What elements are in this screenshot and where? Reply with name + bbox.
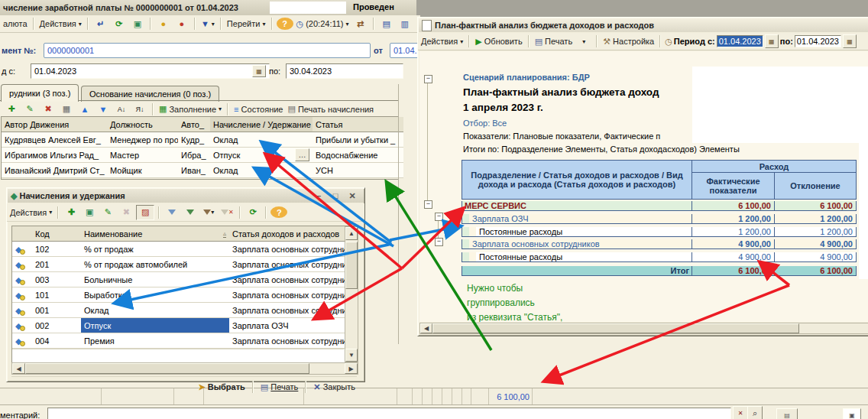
col-header-name[interactable]: Наименование▵	[81, 226, 230, 242]
maximize-icon[interactable]: □	[327, 189, 344, 203]
edit-row-icon[interactable]: ✎	[21, 102, 38, 116]
sort-asc-icon[interactable]: А↓	[113, 102, 130, 116]
exchange-icon[interactable]: ⇄	[352, 17, 369, 31]
employee-cell[interactable]: Иван_	[178, 163, 211, 178]
comment-input[interactable]	[47, 408, 731, 419]
scroll-left-icon[interactable]: ◀	[12, 363, 25, 374]
report-row-group[interactable]: Зарплата основных сотрудников 4 900,00 4…	[462, 238, 857, 251]
scroll-down-icon[interactable]: ▼	[345, 349, 358, 362]
period-from-input[interactable]: 01.04.2023	[717, 35, 763, 47]
report-hscrollbar[interactable]: ◀	[419, 323, 868, 334]
col-header[interactable]: Автор Движения	[2, 117, 108, 132]
print-button[interactable]: ▤ Печать	[259, 380, 300, 394]
name-cell[interactable]: % от продаж	[81, 242, 230, 257]
choose-button[interactable]: …	[295, 148, 309, 161]
article-cell[interactable]: Зарплата основных сотрудников	[229, 242, 350, 257]
cancel-movements-icon[interactable]: ●	[173, 17, 190, 31]
dialog-vscrollbar[interactable]: ▲ ▼	[345, 226, 358, 362]
code-cell[interactable]: 001	[32, 303, 82, 318]
calendar-icon[interactable]: ▦	[765, 34, 779, 48]
filter-settings-icon[interactable]	[182, 206, 199, 219]
filter-by-value-icon[interactable]	[164, 206, 180, 219]
article-cell[interactable]: Зарплата основных сотрудников	[229, 333, 350, 349]
report-row-group[interactable]: Зарплата ОЗЧ 1 200,00 1 200,00	[462, 213, 857, 226]
accrual-cell[interactable]: Оклад	[210, 163, 313, 178]
calendar-icon[interactable]: ▦	[252, 65, 266, 77]
add-row-icon[interactable]: ✚	[3, 102, 20, 116]
save-export-icon[interactable]: ▼ ▾	[199, 17, 216, 31]
end-edit-icon[interactable]: ▦	[58, 102, 75, 116]
print-accrual-button[interactable]: ▤ Печать начисления	[286, 102, 375, 116]
scroll-up-icon[interactable]: ▲	[345, 227, 358, 240]
name-cell[interactable]: Выработка	[81, 287, 230, 303]
employee-cell[interactable]: Иванайский Дмитрий Ст_	[2, 163, 108, 178]
clear-icon[interactable]: ✕	[733, 406, 748, 419]
help-icon[interactable]: ?	[270, 206, 287, 218]
scroll-left-icon[interactable]: ◀	[420, 323, 432, 333]
employee-cell[interactable]: Мастер	[107, 148, 179, 163]
post-movements-icon[interactable]: ●	[155, 17, 172, 31]
close-icon[interactable]: ✕	[344, 189, 361, 203]
period-to-input[interactable]: 30.04.2023	[286, 63, 403, 79]
filter-history-icon[interactable]: ▾	[200, 206, 217, 219]
article-cell[interactable]: Зарплата ОЗЧ	[229, 318, 350, 333]
dialog-hscrollbar[interactable]: ◀ ▶	[11, 362, 358, 375]
employee-cell[interactable]: Мойщик	[107, 163, 179, 178]
tree-collapse-icon[interactable]: −	[424, 200, 432, 209]
employee-cell[interactable]: Кудрявцев Алексей Евг_	[2, 132, 108, 148]
goto-menu[interactable]: Перейти ▾	[225, 17, 267, 31]
refresh-icon[interactable]: ⟳	[245, 206, 261, 219]
add-icon[interactable]: ✚	[63, 206, 79, 219]
minimize-icon[interactable]: –	[310, 189, 327, 203]
code-cell[interactable]: 102	[32, 242, 82, 257]
report-row-company[interactable]: МЕРС СЕРВИС 6 100,00 6 100,00	[462, 200, 857, 213]
col-header-code[interactable]: Код	[32, 226, 82, 242]
report-actions-menu[interactable]: Действия ▾	[419, 34, 465, 48]
settings-button[interactable]: ⚒ Настройка	[601, 34, 656, 48]
article-cell[interactable]: Зарплата основных сотрудников	[229, 287, 350, 303]
page-icon[interactable]: ▣	[843, 408, 861, 419]
employee-cell[interactable]: Ибрагимов Ильгиз Рад_	[2, 148, 108, 163]
scroll-right-icon[interactable]: ▶	[345, 363, 358, 374]
period-from-input[interactable]: 01.04.2023 ▦	[31, 63, 270, 79]
edit-icon[interactable]: ✎	[99, 206, 116, 219]
article-cell[interactable]: УСН	[313, 163, 403, 178]
printer-icon[interactable]: ▤	[776, 408, 798, 419]
menu-valuta[interactable]: алюта	[2, 17, 29, 31]
employee-cell[interactable]: Ибра_	[178, 148, 211, 163]
code-cell[interactable]: 004	[32, 333, 82, 349]
copy-icon[interactable]: ▣	[129, 17, 146, 31]
print-options-icon[interactable]: ▾	[575, 34, 592, 48]
scroll-thumb[interactable]	[432, 323, 799, 333]
tab-accrual-basis[interactable]: Основание начисления (0 поз.)	[81, 86, 219, 102]
employee-cell[interactable]: Кудр_	[178, 132, 211, 148]
refresh-button[interactable]: ▶ Обновить	[474, 34, 523, 48]
list-settings-icon[interactable]: ▥	[397, 17, 413, 31]
name-cell[interactable]: % от продаж автомобилей	[81, 257, 230, 272]
dialog-titlebar[interactable]: ◆ Начисления и удержания – □ ✕	[8, 189, 364, 203]
code-cell[interactable]: 201	[32, 257, 82, 272]
name-cell[interactable]: Больничные	[81, 272, 230, 287]
accrual-cell[interactable]: Отпуск …	[210, 148, 313, 163]
repost-icon[interactable]: ⟳	[111, 17, 128, 31]
period-to-input[interactable]: 01.04.2023	[795, 35, 841, 47]
col-header[interactable]: Начисление / Удержание	[210, 117, 313, 132]
tab-employees[interactable]: рудники (3 поз.)	[1, 84, 79, 102]
close-button[interactable]: ✕ Закрыть	[312, 380, 357, 394]
select-button[interactable]: ➤ Выбрать	[196, 380, 246, 394]
article-cell[interactable]: Зарплата основных сотрудников	[229, 303, 350, 318]
col-header[interactable]: Должность	[107, 117, 179, 132]
copy-icon[interactable]: ▣	[81, 206, 98, 219]
employee-cell[interactable]: Менеджер по про_	[107, 132, 179, 148]
article-cell[interactable]: Прибыли и убытки _	[313, 132, 403, 148]
report-row-detail[interactable]: Постоянные расходы 1 200,00 1 200,00	[462, 226, 857, 238]
col-header[interactable]: Статья	[313, 117, 403, 132]
doc-number-input[interactable]: 0000000001	[44, 43, 371, 58]
calendar-icon[interactable]: ▦	[843, 34, 857, 48]
report-titlebar[interactable]: План-фактный анализ бюджета доходов и ра…	[419, 18, 868, 32]
tree-collapse-icon[interactable]: −	[435, 238, 443, 246]
report-row-total[interactable]: Итог 6 100,00 6 100,00	[462, 264, 857, 278]
col-header-article[interactable]: Статья доходов и расходов	[229, 226, 350, 242]
code-cell[interactable]: 101	[32, 287, 82, 303]
tree-collapse-icon[interactable]: −	[424, 75, 432, 83]
